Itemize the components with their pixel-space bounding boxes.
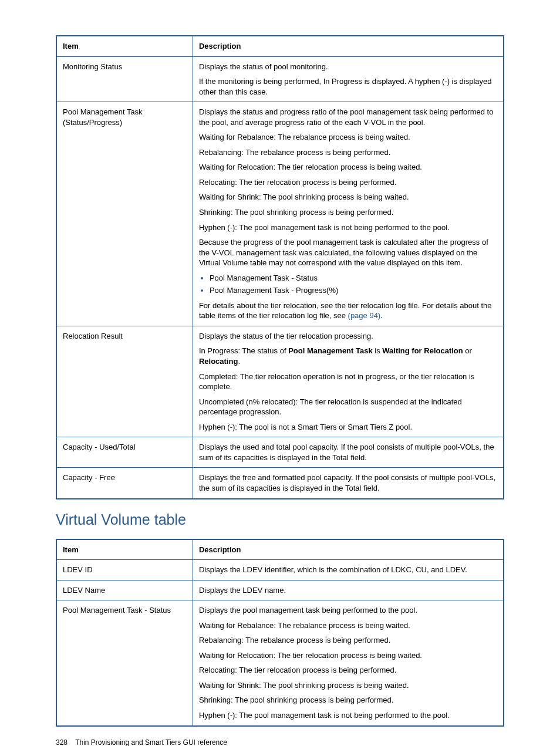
text: . — [380, 311, 383, 320]
cell-item: Relocation Result — [56, 326, 193, 437]
list-item: Pool Management Task - Progress(%) — [210, 285, 497, 296]
para: Waiting for Relocation: The tier relocat… — [199, 162, 497, 173]
list-item: Pool Management Task - Status — [210, 273, 497, 283]
bullet-list: Pool Management Task - Status Pool Manag… — [199, 273, 497, 296]
para: Shrinking: The pool shrinking process is… — [199, 695, 497, 706]
para: Displays the status of pool monitoring. — [199, 62, 497, 72]
para: Waiting for Rebalance: The rebalance pro… — [199, 620, 497, 631]
cell-item: Capacity - Free — [56, 468, 193, 499]
cell-item: Pool Management Task - Status — [56, 600, 193, 726]
table-row: Monitoring Status Displays the status of… — [56, 56, 504, 102]
page-link[interactable]: (page 94) — [348, 311, 381, 320]
para: Displays the status of the tier relocati… — [199, 331, 497, 342]
para: Waiting for Shrink: The pool shrinking p… — [199, 192, 497, 202]
para: Displays the pool management task being … — [199, 605, 497, 616]
para: Waiting for Relocation: The tier relocat… — [199, 650, 497, 661]
table-row: Pool Management Task - Status Displays t… — [56, 600, 504, 726]
para: Displays the LDEV name. — [199, 585, 497, 596]
para: In Progress: The status of Pool Manageme… — [199, 346, 497, 366]
table-1: Item Description Monitoring Status Displ… — [56, 35, 504, 499]
para: Rebalancing: The rebalance process is be… — [199, 635, 497, 646]
para: Completed: The tier relocation operation… — [199, 372, 497, 392]
para: Hyphen (-): The pool management task is … — [199, 222, 497, 233]
table-header-row: Item Description — [56, 36, 504, 56]
table-row: Capacity - Free Displays the free and fo… — [56, 468, 504, 499]
table-row: LDEV ID Displays the LDEV identifier, wh… — [56, 560, 504, 580]
text: or — [463, 346, 472, 355]
bold-text: Relocating — [199, 357, 238, 366]
cell-item: LDEV ID — [56, 560, 193, 580]
table-row: Capacity - Used/Total Displays the used … — [56, 437, 504, 468]
footer-text: Thin Provisioning and Smart Tiers GUI re… — [75, 738, 227, 746]
bold-text: Pool Management Task — [288, 346, 373, 355]
para: Rebalancing: The rebalance process is be… — [199, 147, 497, 158]
page-number: 328 — [56, 738, 68, 746]
section-title: Virtual Volume table — [56, 511, 504, 528]
para: Waiting for Rebalance: The rebalance pro… — [199, 132, 497, 143]
table-2: Item Description LDEV ID Displays the LD… — [56, 539, 504, 727]
text: . — [238, 357, 240, 366]
para: Displays the free and formatted pool cap… — [199, 472, 497, 493]
cell-description: Displays the free and formatted pool cap… — [193, 468, 504, 499]
cell-description: Displays the status of the tier relocati… — [193, 326, 504, 437]
para: Hyphen (-): The pool is not a Smart Tier… — [199, 422, 497, 433]
para: Relocating: The tier relocation process … — [199, 177, 497, 188]
text: is — [373, 346, 383, 355]
para: Waiting for Shrink: The pool shrinking p… — [199, 680, 497, 691]
cell-item: LDEV Name — [56, 580, 193, 600]
th-item: Item — [56, 539, 193, 560]
para: If the monitoring is being performed, In… — [199, 76, 497, 97]
text: For details about the tier relocation, s… — [199, 301, 492, 320]
para: For details about the tier relocation, s… — [199, 301, 497, 321]
para: Relocating: The tier relocation process … — [199, 665, 497, 676]
table-row: Pool Management Task (Status/Progress) D… — [56, 102, 504, 326]
page-footer: 328 Thin Provisioning and Smart Tiers GU… — [56, 738, 504, 746]
cell-description: Displays the status of pool monitoring. … — [193, 56, 504, 102]
cell-description: Displays the LDEV name. — [193, 580, 504, 600]
para: Displays the status and progress ratio o… — [199, 107, 497, 127]
cell-description: Displays the pool management task being … — [193, 600, 504, 726]
cell-description: Displays the status and progress ratio o… — [193, 102, 504, 326]
cell-item: Pool Management Task (Status/Progress) — [56, 102, 193, 326]
cell-description: Displays the used and total pool capacit… — [193, 437, 504, 468]
cell-item: Monitoring Status — [56, 56, 193, 102]
th-item: Item — [56, 36, 193, 56]
cell-description: Displays the LDEV identifier, which is t… — [193, 560, 504, 580]
para: Hyphen (-): The pool management task is … — [199, 710, 497, 721]
table-row: LDEV Name Displays the LDEV name. — [56, 580, 504, 600]
para: Shrinking: The pool shrinking process is… — [199, 207, 497, 218]
th-description: Description — [193, 36, 504, 56]
table-row: Relocation Result Displays the status of… — [56, 326, 504, 437]
text: In Progress: The status of — [199, 346, 288, 355]
cell-item: Capacity - Used/Total — [56, 437, 193, 468]
table-header-row: Item Description — [56, 539, 504, 560]
bold-text: Waiting for Relocation — [382, 346, 463, 355]
para: Uncompleted (n% relocated): The tier rel… — [199, 397, 497, 417]
th-description: Description — [193, 539, 504, 560]
para: Displays the LDEV identifier, which is t… — [199, 565, 497, 575]
para: Because the progress of the pool managem… — [199, 237, 497, 268]
para: Displays the used and total pool capacit… — [199, 442, 497, 463]
